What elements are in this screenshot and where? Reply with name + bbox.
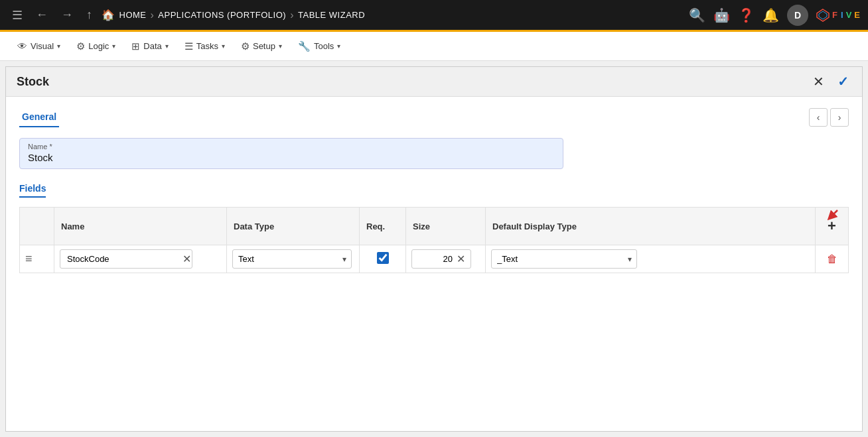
fields-table: Name Data Type Req. Size Default Display… [19,207,849,273]
tab-general[interactable]: General [19,107,59,127]
nav-left: ☰ ← → ↑ 🏠 HOME › APPLICATIONS (PORTFOLIO… [8,5,689,25]
breadcrumb: 🏠 HOME › APPLICATIONS (PORTFOLIO) › TABL… [102,9,365,21]
page-title: Stock [17,75,49,89]
menu-icon[interactable]: ☰ [8,5,27,25]
visual-menu[interactable]: 👁 Visual ▾ [11,36,67,56]
size-input[interactable] [416,250,455,268]
tasks-menu[interactable]: ☰ Tasks ▾ [178,36,232,56]
th-drag [20,208,54,245]
tab-list: General [19,107,72,127]
top-navigation: ☰ ← → ↑ 🏠 HOME › APPLICATIONS (PORTFOLIO… [0,0,868,32]
data-label: Data [143,41,161,51]
name-clear-button[interactable]: ✕ [181,253,192,265]
tasks-label: Tasks [196,41,218,51]
required-cell [360,245,406,273]
page-body: General ‹ › Name * Stock Fields [6,97,862,431]
close-button[interactable]: ✕ [810,72,827,91]
drag-handle[interactable]: ≡ [25,252,33,265]
tasks-arrow: ▾ [222,42,225,50]
fields-table-wrapper: Name Data Type Req. Size Default Display… [19,207,849,273]
bell-icon[interactable]: 🔔 [762,7,779,23]
visual-label: Visual [31,41,54,51]
delete-cell: 🗑 [816,245,849,273]
confirm-button[interactable]: ✓ [835,72,851,91]
name-cell: ✕ [54,245,227,273]
name-field-label: Name * [28,143,555,151]
main-content: Stock ✕ ✓ General ‹ › Name * Stock [5,66,863,432]
tools-menu[interactable]: 🔧 Tools ▾ [291,36,347,56]
data-arrow: ▾ [165,42,169,50]
add-row-cell: + [822,213,841,239]
name-input[interactable] [64,250,181,268]
breadcrumb-home[interactable]: HOME [119,10,147,20]
tab-bar: General ‹ › [19,107,849,127]
data-icon: ⊞ [131,40,140,52]
breadcrumb-table-wizard[interactable]: TABLE WIZARD [298,10,365,20]
add-row-button[interactable]: + [822,215,841,237]
tools-label: Tools [314,41,334,51]
back-icon[interactable]: ← [32,5,52,25]
size-input-wrapper: ✕ [411,249,471,269]
name-input-wrapper: ✕ [60,249,192,269]
fields-table-body: ≡ ✕ Text [20,245,849,273]
breadcrumb-sep1: › [151,9,155,21]
nav-right: 🔍 🤖 ❓ 🔔 D FIVE [689,5,860,26]
five-logo: FIVE [816,9,860,22]
robot-icon[interactable]: 🤖 [713,7,730,23]
datatype-cell: Text Integer Float Boolean Date DateTime… [227,245,360,273]
size-cell: ✕ [406,245,486,273]
th-add: + [816,208,849,245]
th-req: Req. [360,208,406,245]
name-field-container: Name * Stock [19,138,563,169]
datatype-select-wrapper: Text Integer Float Boolean Date DateTime… [232,249,352,269]
setup-label: Setup [253,41,275,51]
datatype-select[interactable]: Text Integer Float Boolean Date DateTime [232,249,352,269]
display-cell: _Text _Integer _Float _Date _DateTime _B… [486,245,816,273]
name-field-value: Stock [28,152,555,163]
logic-menu[interactable]: ⚙ Logic ▾ [70,36,122,56]
tasks-icon: ☰ [184,40,193,52]
home-icon: 🏠 [102,9,115,21]
header-actions: ✕ ✓ [810,72,851,91]
fields-section: Fields Name Data Type Req. Size Default … [19,182,849,273]
forward-icon[interactable]: → [57,5,77,25]
logic-label: Logic [88,41,109,51]
up-icon[interactable]: ↑ [82,5,96,25]
setup-menu[interactable]: ⚙ Setup ▾ [234,36,289,56]
th-datatype: Data Type [227,208,360,245]
th-display: Default Display Type [486,208,816,245]
setup-arrow: ▾ [279,42,282,50]
search-icon[interactable]: 🔍 [689,7,705,23]
table-header-row: Name Data Type Req. Size Default Display… [20,208,849,245]
table-row: ≡ ✕ Text [20,245,849,273]
help-icon[interactable]: ❓ [738,7,755,23]
tab-next-button[interactable]: › [830,108,849,127]
tab-prev-button[interactable]: ‹ [809,108,828,127]
th-size: Size [406,208,486,245]
logic-arrow: ▾ [112,42,115,50]
logic-icon: ⚙ [76,40,85,52]
drag-cell: ≡ [20,245,54,273]
setup-icon: ⚙ [241,40,250,52]
tools-arrow: ▾ [337,42,340,50]
svg-marker-1 [819,11,827,19]
display-select[interactable]: _Text _Integer _Float _Date _DateTime _B… [491,249,637,269]
required-checkbox[interactable] [377,252,389,264]
data-menu[interactable]: ⊞ Data ▾ [125,36,175,56]
second-navigation: 👁 Visual ▾ ⚙ Logic ▾ ⊞ Data ▾ ☰ Tasks ▾ … [0,32,868,61]
visual-arrow: ▾ [57,42,60,50]
tab-nav-arrows: ‹ › [809,108,849,127]
tools-icon: 🔧 [298,40,311,52]
breadcrumb-sep2: › [290,9,294,21]
name-field-group: Name * Stock [19,138,849,169]
visual-icon: 👁 [17,40,27,52]
th-name: Name [54,208,227,245]
display-select-wrapper: _Text _Integer _Float _Date _DateTime _B… [491,249,637,269]
size-clear-button[interactable]: ✕ [455,253,467,265]
breadcrumb-applications[interactable]: APPLICATIONS (PORTFOLIO) [158,10,286,20]
page-header: Stock ✕ ✓ [6,67,862,97]
fields-section-title: Fields [19,183,46,198]
delete-row-button[interactable]: 🗑 [827,253,837,265]
user-avatar[interactable]: D [787,5,808,26]
